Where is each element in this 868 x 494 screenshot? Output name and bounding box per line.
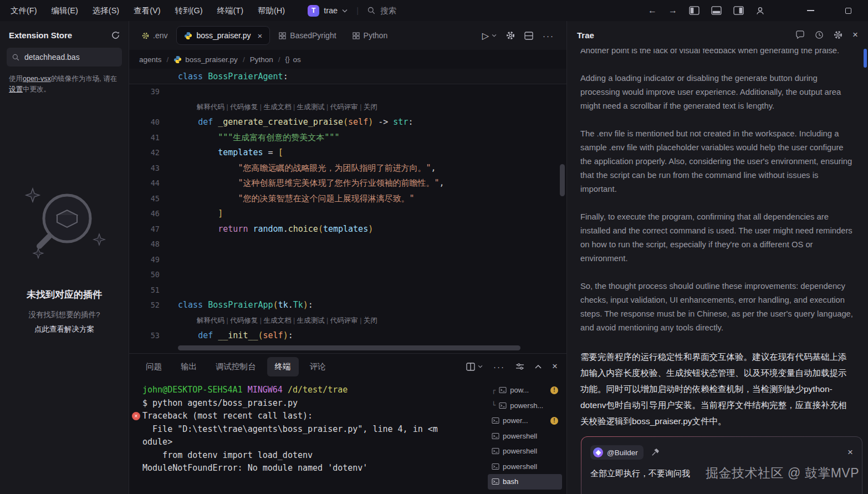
- tools-icon[interactable]: [651, 449, 659, 457]
- codelens-action[interactable]: 代码修复: [230, 103, 258, 111]
- close-tab-icon[interactable]: ×: [258, 31, 263, 40]
- terminal-list-item-power...[interactable]: power...!: [488, 413, 562, 429]
- toggle-panel-icon[interactable]: [711, 6, 722, 15]
- code-line: 解释代码 | 代码修复 | 生成文档 | 生成测试 | 代码评审 | 关闭: [129, 100, 566, 115]
- global-search[interactable]: 搜索: [367, 6, 396, 16]
- chat-scrollbar[interactable]: [864, 49, 867, 68]
- horizontal-scrollbar[interactable]: [178, 345, 520, 350]
- tab-boss_praiser.py[interactable]: boss_praiser.py×: [176, 26, 270, 45]
- terminal-list-item-powershell[interactable]: powershell: [488, 444, 562, 459]
- terminal-list-item-pow...[interactable]: ┌pow...!: [488, 383, 562, 398]
- codelens-action[interactable]: 生成测试: [297, 103, 325, 111]
- workspace-switcher[interactable]: T trae: [308, 5, 348, 17]
- line-number: 51: [129, 283, 178, 298]
- tab-Python[interactable]: Python: [345, 26, 395, 45]
- sticky-gutter: [129, 69, 178, 84]
- terminal-name: powershell: [503, 447, 537, 455]
- breadcrumb-item-os[interactable]: {}os: [285, 55, 300, 64]
- terminal-list-item-powershell[interactable]: powershell: [488, 429, 562, 444]
- more-actions-icon[interactable]: ···: [543, 31, 554, 40]
- panel-tab-终端[interactable]: 终端: [267, 357, 299, 376]
- sticky-scroll-line[interactable]: class BossPraierAgent:: [129, 69, 566, 84]
- line-number: [129, 100, 178, 115]
- refresh-icon[interactable]: [111, 31, 120, 39]
- menu-item-4[interactable]: 转到(G): [168, 0, 210, 21]
- tab-BasedPyright[interactable]: BasedPyright: [272, 26, 343, 45]
- notice-part[interactable]: open-vsx: [23, 75, 51, 83]
- panel-tab-评论[interactable]: 评论: [302, 357, 334, 376]
- breadcrumb-item-Python[interactable]: Python: [250, 55, 273, 64]
- notice-part[interactable]: 设置: [9, 85, 23, 93]
- builder-mention-chip[interactable]: @Builder: [590, 445, 644, 460]
- account-icon[interactable]: [755, 6, 765, 16]
- codelens-action[interactable]: 代码评审: [330, 317, 358, 324]
- close-panel-icon[interactable]: ×: [552, 361, 558, 372]
- run-settings-gear-icon[interactable]: [506, 31, 515, 40]
- codelens-action[interactable]: 关闭: [364, 317, 377, 324]
- codelens-action[interactable]: 关闭: [364, 103, 377, 111]
- codelens-action[interactable]: 生成文档: [263, 317, 291, 324]
- minimize-button[interactable]: [807, 10, 814, 11]
- sidebar-notice: 使用open-vsx的镜像作为市场, 请在设置中更改。: [9, 74, 120, 95]
- close-chat-icon[interactable]: ×: [852, 29, 858, 40]
- back-button[interactable]: ←: [648, 6, 657, 16]
- filter-sliders-icon[interactable]: [515, 363, 524, 370]
- forward-button[interactable]: →: [668, 6, 677, 16]
- panel-tab-问题[interactable]: 问题: [138, 357, 170, 376]
- codelens-action[interactable]: 解释代码: [197, 317, 224, 324]
- settings-gear-icon[interactable]: [834, 30, 843, 39]
- terminal-list-item-powersh...[interactable]: └powersh...: [488, 398, 562, 414]
- breadcrumb-separator: /: [243, 55, 245, 64]
- terminal-list-item-powershell[interactable]: powershell: [488, 459, 562, 475]
- codelens-action[interactable]: 生成文档: [263, 103, 291, 111]
- vertical-scrollbar[interactable]: [560, 164, 565, 196]
- tab-.env[interactable]: .env: [135, 26, 175, 45]
- breadcrumb-label: agents: [139, 55, 162, 64]
- menu-item-6[interactable]: 帮助(H): [251, 0, 292, 21]
- terminal-list-item-bash[interactable]: bash: [488, 474, 562, 490]
- sidebar-title: Extension Store: [9, 30, 111, 40]
- search-icon: [12, 54, 19, 61]
- terminal-output[interactable]: john@DESKTOP-SEHS4A1 MINGW64 /d/test/tra…: [129, 379, 488, 494]
- panel-more-icon[interactable]: ···: [493, 362, 505, 371]
- codelens-action[interactable]: 解释代码: [197, 103, 224, 111]
- code-line: 45 "您的决策智慧在这个问题上展现得淋漓尽致。": [129, 191, 566, 207]
- terminal-line: File "D:\test\trae\agents\boss_praiser.p…: [142, 423, 488, 436]
- code-editor[interactable]: class BossPraierAgent: 39解释代码 | 代码修复 | 生…: [129, 69, 566, 353]
- menu-item-2[interactable]: 选择(S): [85, 0, 126, 21]
- extension-search-input[interactable]: detachhead.bas: [7, 48, 122, 67]
- code-line: 50: [129, 267, 566, 283]
- run-button[interactable]: ▷: [482, 30, 497, 41]
- breadcrumb-item-boss_praiser.py[interactable]: boss_praiser.py: [173, 55, 238, 64]
- clear-input-icon[interactable]: ×: [847, 447, 853, 458]
- menu-item-1[interactable]: 编辑(E): [44, 0, 85, 21]
- maximize-button[interactable]: [845, 8, 851, 14]
- chat-content: Another point is the lack of visual feed…: [567, 49, 868, 494]
- breadcrumb-item-agents[interactable]: agents: [139, 55, 162, 64]
- menu-item-3[interactable]: 查看(V): [126, 0, 167, 21]
- bottom-panel: 问题输出调试控制台终端评论 ···: [129, 353, 566, 494]
- terminal-line: $ python agents/boss_praiser.py: [142, 397, 488, 410]
- builder-avatar: [593, 447, 603, 457]
- solution-link[interactable]: 点此查看解决方案: [0, 324, 129, 334]
- panel-tab-输出[interactable]: 输出: [173, 357, 205, 376]
- maximize-panel-icon[interactable]: [535, 364, 542, 369]
- history-icon[interactable]: [815, 30, 824, 39]
- codelens-action[interactable]: 代码修复: [230, 317, 258, 324]
- split-editor-icon[interactable]: [524, 32, 533, 40]
- terminal-name: powershell: [503, 462, 537, 471]
- toggle-secondary-sidebar-icon[interactable]: [733, 6, 744, 15]
- panel-tab-调试控制台[interactable]: 调试控制台: [208, 357, 264, 376]
- split-terminal-button[interactable]: [466, 363, 483, 371]
- menu-item-5[interactable]: 终端(T): [210, 0, 251, 21]
- play-icon: ▷: [482, 30, 489, 41]
- trae-logo-icon: T: [308, 5, 319, 17]
- toggle-sidebar-icon[interactable]: [689, 6, 699, 15]
- chat-paragraph: Finally, to execute the program, confirm…: [580, 210, 855, 266]
- menu-item-0[interactable]: 文件(F): [3, 0, 44, 21]
- line-number: 50: [129, 267, 178, 283]
- new-chat-icon[interactable]: [795, 30, 805, 39]
- codelens-action[interactable]: 代码评审: [330, 103, 358, 111]
- braces-icon: {}: [285, 55, 289, 63]
- codelens-action[interactable]: 生成测试: [297, 317, 325, 324]
